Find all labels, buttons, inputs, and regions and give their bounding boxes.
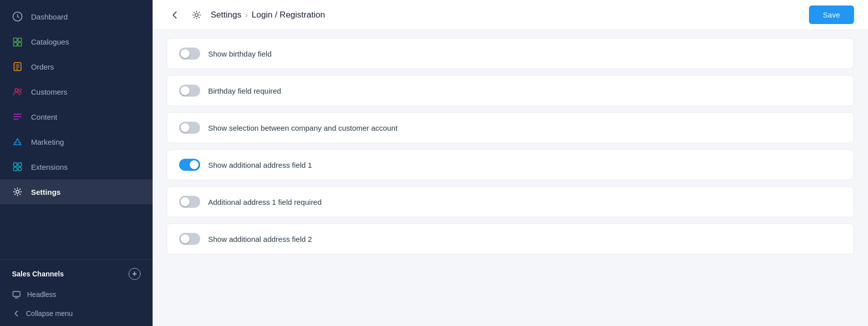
svg-rect-2 [18,38,22,42]
headless-label: Headless [27,290,56,298]
collapse-menu-label: Collapse menu [26,309,73,317]
breadcrumb: Settings › Login / Registration [211,10,325,20]
sidebar-item-content[interactable]: Content [0,104,153,129]
sales-channels-header: Sales Channels + [12,268,141,280]
main-area: Settings › Login / Registration Save Sho… [153,0,868,326]
sidebar-label-customers: Customers [31,88,68,96]
svg-rect-13 [18,163,22,166]
toggle-show-address-1[interactable] [179,159,200,171]
toggle-show-company-customer[interactable] [179,122,200,134]
toggle-address-1-required[interactable] [179,196,200,208]
svg-rect-4 [18,43,22,46]
toggle-row-show-address-1: Show additional address field 1 [167,149,854,180]
toggle-label-birthday-required: Birthday field required [208,87,281,95]
toggle-birthday-required[interactable] [179,85,200,97]
save-button[interactable]: Save [809,6,854,24]
svg-point-6 [15,89,18,92]
sidebar-nav: Dashboard Catalogues Orders [0,0,153,259]
toggle-row-birthday-required: Birthday field required [167,75,854,106]
breadcrumb-separator: › [245,11,248,19]
svg-rect-12 [14,163,17,166]
svg-point-18 [195,14,198,17]
toggle-show-birthday[interactable] [179,48,200,60]
svg-rect-8 [14,114,22,115]
toggle-label-show-address-2: Show additional address field 2 [208,235,312,243]
back-button[interactable] [167,7,183,23]
toggle-row-address-1-required: Additional address 1 field required [167,186,854,217]
svg-point-7 [19,89,22,92]
breadcrumb-root: Settings [211,10,241,20]
sidebar-item-extensions[interactable]: Extensions [0,154,153,179]
topbar-left: Settings › Login / Registration [167,7,325,23]
sidebar-label-extensions: Extensions [31,163,68,171]
sidebar-item-dashboard[interactable]: Dashboard [0,4,153,29]
collapse-icon [12,309,21,318]
sidebar-label-content: Content [31,113,58,121]
sidebar-bottom: Sales Channels + Headless Collapse menu [0,259,153,326]
toggle-label-show-address-1: Show additional address field 1 [208,161,312,169]
toggle-label-address-1-required: Additional address 1 field required [208,198,322,206]
headless-item[interactable]: Headless [12,286,141,303]
customers-icon [12,86,23,97]
settings-content: Show birthday field Birthday field requi… [153,30,868,326]
toggle-row-show-company-customer: Show selection between company and custo… [167,112,854,143]
toggle-label-show-birthday: Show birthday field [208,50,272,58]
svg-rect-14 [14,167,17,171]
orders-icon [12,61,23,72]
dashboard-icon [12,11,23,22]
svg-point-16 [16,190,19,193]
catalogues-icon [12,36,23,47]
sidebar-item-marketing[interactable]: Marketing [0,129,153,154]
extensions-icon [12,161,23,172]
add-sales-channel-button[interactable]: + [129,268,141,280]
svg-marker-11 [14,139,21,145]
toggle-label-show-company-customer: Show selection between company and custo… [208,124,398,132]
toggle-row-show-address-2: Show additional address field 2 [167,223,854,254]
collapse-menu-button[interactable]: Collapse menu [12,303,141,318]
gear-button[interactable] [189,7,205,23]
svg-rect-9 [14,116,22,117]
topbar: Settings › Login / Registration Save [153,0,868,30]
sidebar-label-marketing: Marketing [31,138,64,146]
svg-rect-17 [13,291,20,296]
sidebar-label-dashboard: Dashboard [31,13,68,21]
sales-channels-label: Sales Channels [12,270,64,278]
breadcrumb-page: Login / Registration [252,10,325,20]
sidebar: Dashboard Catalogues Orders [0,0,153,326]
sidebar-item-customers[interactable]: Customers [0,79,153,104]
headless-icon [12,290,21,299]
svg-rect-3 [14,43,17,46]
marketing-icon [12,136,23,147]
sidebar-label-orders: Orders [31,63,54,71]
sidebar-item-catalogues[interactable]: Catalogues [0,29,153,54]
svg-rect-1 [14,38,17,42]
svg-rect-10 [14,119,19,120]
sidebar-item-settings[interactable]: Settings [0,179,153,204]
svg-point-15 [18,167,22,171]
sidebar-label-settings: Settings [31,188,61,196]
settings-icon [12,186,23,197]
content-icon [12,111,23,122]
toggle-show-address-2[interactable] [179,233,200,245]
toggle-row-show-birthday: Show birthday field [167,38,854,69]
sidebar-label-catalogues: Catalogues [31,38,69,46]
sidebar-item-orders[interactable]: Orders [0,54,153,79]
